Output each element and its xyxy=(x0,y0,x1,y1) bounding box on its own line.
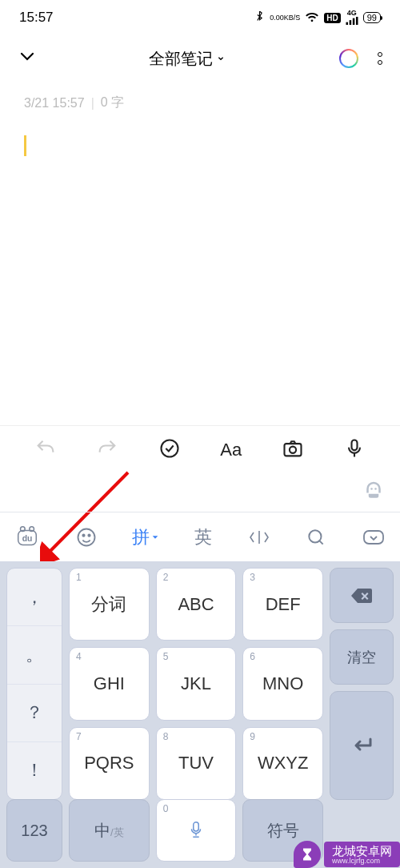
svg-point-14 xyxy=(78,528,94,545)
svg-point-9 xyxy=(370,488,373,490)
key-1-fenci[interactable]: 1分词 xyxy=(69,568,150,641)
key-8-tuv[interactable]: 8TUV xyxy=(156,727,237,800)
svg-text:du: du xyxy=(22,533,33,542)
ime-tab-english[interactable]: 英 xyxy=(194,525,212,549)
key-question[interactable]: ？ xyxy=(7,685,62,742)
svg-rect-19 xyxy=(194,822,198,831)
editor-toolbar: Aa xyxy=(0,425,400,473)
key-lang-toggle[interactable]: 中/英 xyxy=(69,799,150,862)
svg-point-15 xyxy=(82,534,84,536)
key-symbols[interactable]: 符号 xyxy=(242,799,323,862)
svg-point-10 xyxy=(374,488,377,490)
key-space-mic[interactable]: 0 xyxy=(156,799,237,862)
symbol-column: ， 。 ？ ！ xyxy=(6,568,62,800)
enter-key[interactable] xyxy=(330,691,394,800)
key-comma[interactable]: ， xyxy=(7,569,62,626)
svg-rect-3 xyxy=(356,17,358,25)
svg-point-16 xyxy=(88,534,90,536)
ime-top-row: du 拼 英 xyxy=(0,512,400,561)
svg-point-5 xyxy=(161,440,178,456)
right-column: 清空 xyxy=(330,568,394,800)
svg-rect-0 xyxy=(346,22,348,24)
more-button[interactable] xyxy=(378,52,382,65)
baidu-logo-icon[interactable]: du xyxy=(14,525,40,549)
key-grid: 1分词 2ABC 3DEF 4GHI 5JKL 6MNO 7PQRS 8TUV … xyxy=(69,568,323,800)
key-123[interactable]: 123 xyxy=(6,799,62,862)
ai-assist-icon[interactable] xyxy=(362,479,386,506)
notebook-title: 全部笔记 xyxy=(149,48,213,70)
key-9-wxyz[interactable]: 9WXYZ xyxy=(242,727,323,800)
key-4-ghi[interactable]: 4GHI xyxy=(69,647,150,720)
svg-rect-2 xyxy=(353,18,355,24)
bottom-row: 123 中/英 0 符号 xyxy=(6,799,394,862)
key-2-abc[interactable]: 2ABC xyxy=(156,568,237,641)
svg-point-7 xyxy=(290,446,296,452)
key-3-def[interactable]: 3DEF xyxy=(242,568,323,641)
key-7-pqrs[interactable]: 7PQRS xyxy=(69,727,150,800)
search-icon[interactable] xyxy=(306,527,326,548)
key-6-mno[interactable]: 6MNO xyxy=(242,647,323,720)
svg-point-17 xyxy=(310,530,322,542)
text-cursor xyxy=(24,135,26,156)
checklist-icon[interactable] xyxy=(158,437,181,463)
wifi-icon xyxy=(305,12,319,23)
ime-candidate-bar xyxy=(0,473,400,512)
status-right: 0.00KB/S HD 4G 99 xyxy=(254,10,381,24)
collapse-button[interactable] xyxy=(18,47,37,70)
battery-icon: 99 xyxy=(363,12,381,23)
undo-icon[interactable] xyxy=(34,437,57,463)
ime-tab-pinyin[interactable]: 拼 xyxy=(132,525,159,549)
bluetooth-icon xyxy=(254,11,265,24)
svg-rect-6 xyxy=(284,444,301,456)
svg-rect-18 xyxy=(364,531,383,544)
text-style-button[interactable]: Aa xyxy=(220,440,242,460)
keyboard: ， 。 ？ ！ 1分词 2ABC 3DEF 4GHI 5JKL 6MNO 7PQ… xyxy=(0,561,400,868)
note-wordcount: 0 字 xyxy=(101,94,124,111)
note-editor[interactable] xyxy=(0,119,400,360)
network-rate: 0.00KB/S xyxy=(270,14,300,21)
clear-key[interactable]: 清空 xyxy=(330,629,394,685)
hd-badge: HD xyxy=(324,13,340,23)
backspace-key[interactable] xyxy=(330,568,394,623)
note-meta: 3/21 15:57 | 0 字 xyxy=(0,86,400,119)
redo-icon[interactable] xyxy=(96,437,118,463)
svg-rect-8 xyxy=(352,440,358,450)
keyboard-collapse-icon[interactable] xyxy=(362,527,386,548)
camera-icon[interactable] xyxy=(282,437,304,463)
status-bar: 15:57 0.00KB/S HD 4G 99 xyxy=(0,0,400,30)
cursor-move-icon[interactable] xyxy=(247,527,271,548)
svg-rect-1 xyxy=(349,20,351,25)
key-period[interactable]: 。 xyxy=(7,626,62,684)
status-time: 15:57 xyxy=(19,10,54,26)
theme-button[interactable] xyxy=(339,49,358,68)
app-header: 全部笔记 xyxy=(0,30,400,86)
signal-icon: 4G xyxy=(346,10,358,24)
key-exclaim[interactable]: ！ xyxy=(7,742,62,799)
notebook-selector[interactable]: 全部笔记 xyxy=(149,48,227,70)
key-5-jkl[interactable]: 5JKL xyxy=(156,647,237,720)
note-date: 3/21 15:57 xyxy=(24,96,85,111)
mic-icon[interactable] xyxy=(343,437,366,463)
emoji-icon[interactable] xyxy=(75,526,98,549)
